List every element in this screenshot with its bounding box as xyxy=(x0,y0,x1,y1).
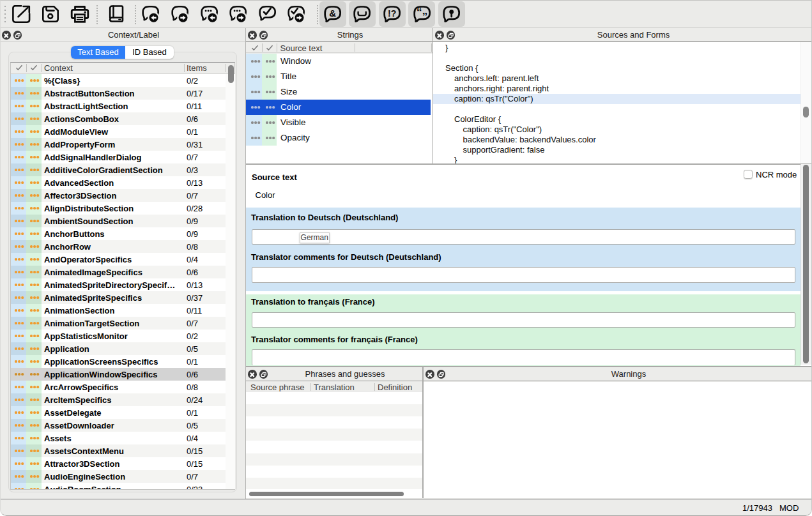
svg-text:!?: !? xyxy=(388,8,396,19)
svg-text:&: & xyxy=(329,8,336,19)
svg-text:“: “ xyxy=(417,6,422,18)
svg-text:„: „ xyxy=(422,6,428,17)
